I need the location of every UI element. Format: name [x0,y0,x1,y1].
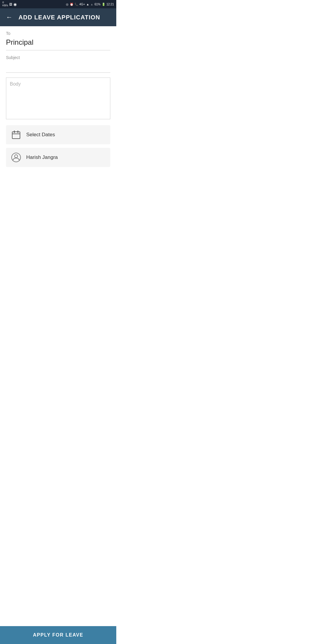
applicant-row[interactable]: Harish Jangra [6,148,110,167]
page-title: ADD LEAVE APPLICATION [18,14,100,21]
battery-level: 61% [95,3,100,6]
body-field-group [6,78,110,120]
bottom-padding [0,171,116,188]
back-button[interactable]: ← [5,12,14,22]
applicant-name: Harish Jangra [26,154,58,160]
status-bar-left: 0KB/s 🖼 ◉ [2,1,17,7]
form-content: To Principal Subject Select Da [0,26,116,171]
status-bar-right: ◎ ⏰ 📞 4G+ ▲ ▲ 61% 🔋 12:21 [66,3,114,6]
body-textarea[interactable] [6,78,110,119]
time: 12:21 [106,3,114,6]
to-value: Principal [6,37,110,50]
form-container: To Principal Subject Select Da [0,26,116,215]
wifi-icon: ◎ [66,3,69,6]
user-icon [11,152,21,163]
svg-rect-0 [12,132,20,139]
subject-input[interactable] [6,61,110,72]
battery-icon: 🔋 [102,3,105,6]
svg-point-5 [15,155,18,158]
data-speed: 0KB/s [2,1,8,7]
subject-label: Subject [6,55,110,60]
subject-divider [6,72,110,73]
calendar-icon [11,129,21,140]
app-bar: ← ADD LEAVE APPLICATION [0,8,116,26]
to-label: To [6,31,110,36]
select-dates-row[interactable]: Select Dates [6,125,110,144]
alarm-icon: ⏰ [70,3,73,6]
phone-icon: 📞 [75,3,78,6]
image-icon: 🖼 [9,3,12,6]
to-field-group: To Principal [6,26,110,50]
circle-icon: ◉ [13,2,17,7]
signal-icon-2: ▲ [90,3,93,6]
network-type: 4G+ [79,3,85,6]
select-dates-label: Select Dates [26,132,55,138]
status-bar: 0KB/s 🖼 ◉ ◎ ⏰ 📞 4G+ ▲ ▲ 61% 🔋 12:21 [0,0,116,8]
subject-field-group: Subject [6,50,110,73]
signal-icon: ▲ [86,3,89,6]
